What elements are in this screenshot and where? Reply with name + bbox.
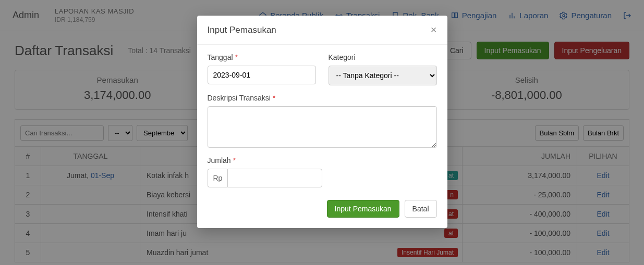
kategori-select[interactable]: -- Tanpa Kategori -- xyxy=(329,66,437,85)
modal-submit-button[interactable]: Input Pemasukan xyxy=(327,200,399,218)
tanggal-input[interactable] xyxy=(208,66,316,84)
modal-footer: Input Pemasukan Batal xyxy=(197,200,447,228)
tanggal-label: Tanggal * xyxy=(208,53,316,61)
modal-body: Tanggal * Kategori -- Tanpa Kategori -- … xyxy=(197,45,447,200)
modal-head: Input Pemasukan × xyxy=(197,16,447,45)
jumlah-input[interactable] xyxy=(227,169,322,187)
deskripsi-label: Deskripsi Transaksi * xyxy=(208,94,437,102)
kategori-label: Kategori xyxy=(329,53,437,61)
modal-cancel-button[interactable]: Batal xyxy=(405,200,437,218)
jumlah-label: Jumlah * xyxy=(208,156,322,165)
jumlah-addon: Rp xyxy=(208,169,228,187)
modal-input-pemasukan: Input Pemasukan × Tanggal * Kategori -- … xyxy=(197,16,447,228)
modal-title: Input Pemasukan xyxy=(208,25,276,35)
close-icon[interactable]: × xyxy=(431,24,437,36)
deskripsi-textarea[interactable] xyxy=(208,106,437,148)
jumlah-input-group: Rp xyxy=(208,169,322,187)
